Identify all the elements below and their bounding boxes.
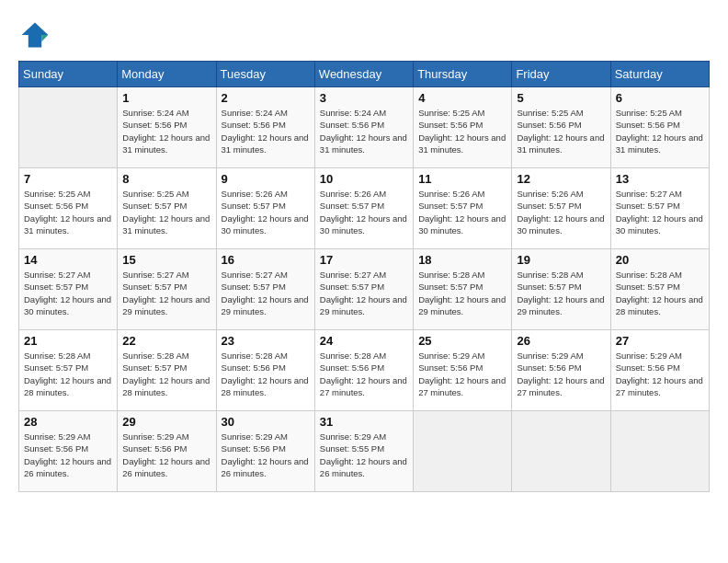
day-number: 25 bbox=[418, 334, 506, 348]
day-number: 27 bbox=[616, 334, 704, 348]
day-number: 15 bbox=[122, 253, 210, 267]
day-info: Sunrise: 5:27 AMSunset: 5:57 PMDaylight:… bbox=[616, 188, 704, 236]
header-cell-tuesday: Tuesday bbox=[216, 62, 314, 87]
day-info: Sunrise: 5:24 AMSunset: 5:56 PMDaylight:… bbox=[320, 107, 408, 155]
day-number: 20 bbox=[616, 253, 704, 267]
week-row-2: 7Sunrise: 5:25 AMSunset: 5:56 PMDaylight… bbox=[19, 168, 710, 249]
day-number: 13 bbox=[616, 172, 704, 186]
header-cell-wednesday: Wednesday bbox=[314, 62, 413, 87]
day-info: Sunrise: 5:24 AMSunset: 5:56 PMDaylight:… bbox=[222, 107, 310, 155]
day-number: 26 bbox=[517, 334, 605, 348]
day-info: Sunrise: 5:28 AMSunset: 5:56 PMDaylight:… bbox=[320, 350, 408, 398]
header-cell-saturday: Saturday bbox=[610, 62, 709, 87]
day-cell: 23Sunrise: 5:28 AMSunset: 5:56 PMDayligh… bbox=[216, 330, 314, 411]
day-number: 8 bbox=[122, 172, 210, 186]
day-info: Sunrise: 5:25 AMSunset: 5:56 PMDaylight:… bbox=[24, 188, 112, 236]
day-cell: 3Sunrise: 5:24 AMSunset: 5:56 PMDaylight… bbox=[314, 87, 413, 168]
day-cell: 19Sunrise: 5:28 AMSunset: 5:57 PMDayligh… bbox=[512, 249, 610, 330]
day-info: Sunrise: 5:29 AMSunset: 5:56 PMDaylight:… bbox=[24, 431, 112, 479]
day-info: Sunrise: 5:28 AMSunset: 5:57 PMDaylight:… bbox=[616, 269, 704, 317]
day-cell: 10Sunrise: 5:26 AMSunset: 5:57 PMDayligh… bbox=[314, 168, 413, 249]
day-cell: 27Sunrise: 5:29 AMSunset: 5:56 PMDayligh… bbox=[610, 330, 709, 411]
week-row-4: 21Sunrise: 5:28 AMSunset: 5:57 PMDayligh… bbox=[19, 330, 710, 411]
day-cell: 17Sunrise: 5:27 AMSunset: 5:57 PMDayligh… bbox=[314, 249, 413, 330]
day-number: 14 bbox=[24, 253, 112, 267]
logo bbox=[18, 18, 55, 52]
day-number: 9 bbox=[222, 172, 310, 186]
day-number: 31 bbox=[320, 415, 408, 429]
week-row-5: 28Sunrise: 5:29 AMSunset: 5:56 PMDayligh… bbox=[19, 411, 710, 492]
day-cell: 18Sunrise: 5:28 AMSunset: 5:57 PMDayligh… bbox=[414, 249, 512, 330]
day-cell: 31Sunrise: 5:29 AMSunset: 5:55 PMDayligh… bbox=[314, 411, 413, 492]
header-cell-sunday: Sunday bbox=[19, 62, 118, 87]
day-cell bbox=[610, 411, 709, 492]
calendar-body: 1Sunrise: 5:24 AMSunset: 5:56 PMDaylight… bbox=[19, 87, 710, 492]
header-cell-friday: Friday bbox=[512, 62, 610, 87]
day-cell: 14Sunrise: 5:27 AMSunset: 5:57 PMDayligh… bbox=[19, 249, 118, 330]
day-cell: 6Sunrise: 5:25 AMSunset: 5:56 PMDaylight… bbox=[610, 87, 709, 168]
day-cell: 21Sunrise: 5:28 AMSunset: 5:57 PMDayligh… bbox=[19, 330, 118, 411]
day-cell: 11Sunrise: 5:26 AMSunset: 5:57 PMDayligh… bbox=[414, 168, 512, 249]
day-info: Sunrise: 5:26 AMSunset: 5:57 PMDaylight:… bbox=[418, 188, 506, 236]
day-info: Sunrise: 5:26 AMSunset: 5:57 PMDaylight:… bbox=[517, 188, 605, 236]
day-info: Sunrise: 5:28 AMSunset: 5:57 PMDaylight:… bbox=[24, 350, 112, 398]
day-info: Sunrise: 5:29 AMSunset: 5:56 PMDaylight:… bbox=[418, 350, 506, 398]
day-cell: 16Sunrise: 5:27 AMSunset: 5:57 PMDayligh… bbox=[216, 249, 314, 330]
day-info: Sunrise: 5:29 AMSunset: 5:55 PMDaylight:… bbox=[320, 431, 408, 479]
day-number: 4 bbox=[418, 91, 506, 105]
day-info: Sunrise: 5:29 AMSunset: 5:56 PMDaylight:… bbox=[616, 350, 704, 398]
header-row: SundayMondayTuesdayWednesdayThursdayFrid… bbox=[19, 62, 710, 87]
day-cell bbox=[19, 87, 118, 168]
day-number: 10 bbox=[320, 172, 408, 186]
day-cell: 22Sunrise: 5:28 AMSunset: 5:57 PMDayligh… bbox=[118, 330, 216, 411]
day-cell bbox=[512, 411, 610, 492]
day-info: Sunrise: 5:28 AMSunset: 5:57 PMDaylight:… bbox=[418, 269, 506, 317]
header-cell-monday: Monday bbox=[118, 62, 216, 87]
day-info: Sunrise: 5:28 AMSunset: 5:57 PMDaylight:… bbox=[122, 350, 210, 398]
day-number: 21 bbox=[24, 334, 112, 348]
day-number: 11 bbox=[418, 172, 506, 186]
day-number: 17 bbox=[320, 253, 408, 267]
day-cell: 12Sunrise: 5:26 AMSunset: 5:57 PMDayligh… bbox=[512, 168, 610, 249]
day-info: Sunrise: 5:27 AMSunset: 5:57 PMDaylight:… bbox=[122, 269, 210, 317]
day-info: Sunrise: 5:27 AMSunset: 5:57 PMDaylight:… bbox=[222, 269, 310, 317]
day-number: 29 bbox=[122, 415, 210, 429]
day-cell: 8Sunrise: 5:25 AMSunset: 5:57 PMDaylight… bbox=[118, 168, 216, 249]
day-cell: 13Sunrise: 5:27 AMSunset: 5:57 PMDayligh… bbox=[610, 168, 709, 249]
day-info: Sunrise: 5:28 AMSunset: 5:57 PMDaylight:… bbox=[517, 269, 605, 317]
day-info: Sunrise: 5:25 AMSunset: 5:56 PMDaylight:… bbox=[616, 107, 704, 155]
day-number: 28 bbox=[24, 415, 112, 429]
day-number: 5 bbox=[517, 91, 605, 105]
day-number: 22 bbox=[122, 334, 210, 348]
day-number: 2 bbox=[222, 91, 310, 105]
day-cell: 24Sunrise: 5:28 AMSunset: 5:56 PMDayligh… bbox=[314, 330, 413, 411]
calendar-header: SundayMondayTuesdayWednesdayThursdayFrid… bbox=[19, 62, 710, 87]
day-number: 12 bbox=[517, 172, 605, 186]
day-info: Sunrise: 5:25 AMSunset: 5:56 PMDaylight:… bbox=[517, 107, 605, 155]
header-cell-thursday: Thursday bbox=[414, 62, 512, 87]
day-cell: 25Sunrise: 5:29 AMSunset: 5:56 PMDayligh… bbox=[414, 330, 512, 411]
day-info: Sunrise: 5:25 AMSunset: 5:56 PMDaylight:… bbox=[418, 107, 506, 155]
day-number: 1 bbox=[122, 91, 210, 105]
day-cell: 26Sunrise: 5:29 AMSunset: 5:56 PMDayligh… bbox=[512, 330, 610, 411]
day-number: 7 bbox=[24, 172, 112, 186]
day-cell: 4Sunrise: 5:25 AMSunset: 5:56 PMDaylight… bbox=[414, 87, 512, 168]
day-info: Sunrise: 5:29 AMSunset: 5:56 PMDaylight:… bbox=[222, 431, 310, 479]
day-number: 19 bbox=[517, 253, 605, 267]
day-number: 18 bbox=[418, 253, 506, 267]
day-info: Sunrise: 5:29 AMSunset: 5:56 PMDaylight:… bbox=[122, 431, 210, 479]
day-info: Sunrise: 5:26 AMSunset: 5:57 PMDaylight:… bbox=[222, 188, 310, 236]
day-cell: 20Sunrise: 5:28 AMSunset: 5:57 PMDayligh… bbox=[610, 249, 709, 330]
page-header bbox=[18, 18, 710, 52]
week-row-1: 1Sunrise: 5:24 AMSunset: 5:56 PMDaylight… bbox=[19, 87, 710, 168]
day-info: Sunrise: 5:24 AMSunset: 5:56 PMDaylight:… bbox=[122, 107, 210, 155]
day-cell: 1Sunrise: 5:24 AMSunset: 5:56 PMDaylight… bbox=[118, 87, 216, 168]
day-info: Sunrise: 5:26 AMSunset: 5:57 PMDaylight:… bbox=[320, 188, 408, 236]
day-number: 24 bbox=[320, 334, 408, 348]
day-info: Sunrise: 5:27 AMSunset: 5:57 PMDaylight:… bbox=[320, 269, 408, 317]
logo-icon bbox=[18, 18, 51, 52]
day-cell: 29Sunrise: 5:29 AMSunset: 5:56 PMDayligh… bbox=[118, 411, 216, 492]
day-cell: 28Sunrise: 5:29 AMSunset: 5:56 PMDayligh… bbox=[19, 411, 118, 492]
day-number: 3 bbox=[320, 91, 408, 105]
day-cell bbox=[414, 411, 512, 492]
